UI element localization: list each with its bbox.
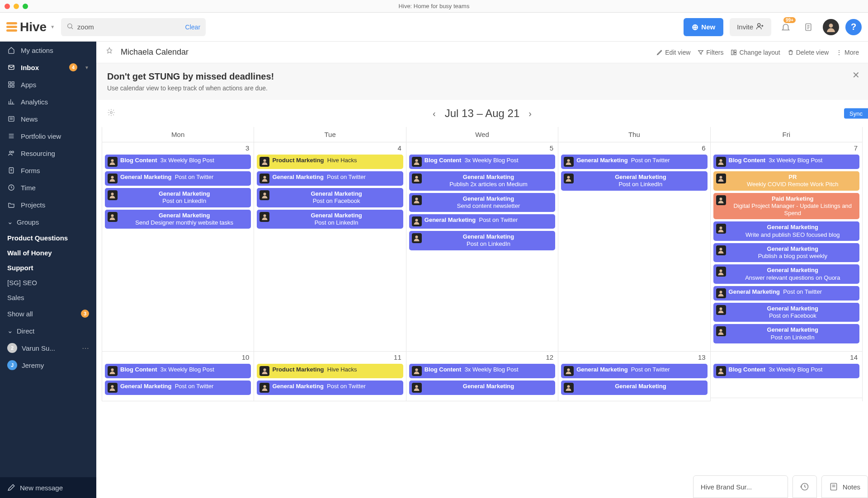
calendar-scroll[interactable]: MonTueWedThuFri 34567 Blog Content 3x We… [96,127,868,498]
sidebar-item-time[interactable]: Time [0,179,96,196]
calendar-event[interactable]: General MarketingAnswer relevant questio… [713,264,859,284]
sidebar-groups-toggle[interactable]: ⌄ Groups [0,213,96,230]
sidebar-item-analytics[interactable]: Analytics [0,93,96,110]
tray-notes[interactable]: Notes [821,475,868,498]
search-clear-button[interactable]: Clear [185,23,200,31]
sidebar-item-portfolio-view[interactable]: Portfolio view [0,127,96,145]
calendar-event[interactable]: PRWeekly COVID Remote Work Pitch [713,171,859,191]
prev-button[interactable]: ‹ [424,108,445,119]
calendar-event[interactable]: Blog Content 3x Weekly Blog Post [409,364,555,378]
change-layout-button[interactable]: Change layout [731,49,780,56]
sidebar-dm[interactable]: JJeremy [0,357,96,374]
calendar-event[interactable]: General MarketingSend Designer monthly w… [105,210,251,229]
main-area: Michaela Calendar Edit view Filters Chan… [96,42,868,498]
user-avatar[interactable] [823,19,839,35]
calendar-event[interactable]: Product Marketing Hive Hacks [257,364,403,378]
sidebar-item-news[interactable]: News [0,110,96,127]
assignee-avatar [412,383,422,393]
sidebar-show-all[interactable]: Show all 3 [0,305,96,322]
calendar-cell[interactable]: General Marketing Post on TwitterGeneral… [558,362,710,401]
calendar-event[interactable]: Blog Content 3x Weekly Blog Post [409,155,555,169]
notifications-button[interactable]: 99+ [778,19,794,35]
calendar-event[interactable]: Blog Content 3x Weekly Blog Post [713,155,859,169]
sidebar-item-apps[interactable]: Apps [0,76,96,93]
delete-view-button[interactable]: Delete view [788,49,829,56]
sync-button[interactable]: Sync [844,108,868,119]
maximize-window-button[interactable] [23,4,28,9]
calendar-cell[interactable]: Blog Content 3x Weekly Blog Post [711,362,862,398]
sidebar-group[interactable]: Support [0,260,96,275]
sidebar-group[interactable]: Product Questions [0,230,96,245]
sidebar-item-inbox[interactable]: Inbox4▼ [0,59,96,76]
sidebar-group[interactable]: Wall of Honey [0,245,96,260]
new-message-button[interactable]: New message [0,477,96,498]
traffic-lights[interactable] [5,4,28,9]
calendar-cell[interactable]: Blog Content 3x Weekly Blog PostPRWeekly… [711,153,862,352]
sidebar-group[interactable]: [SG] SEO [0,275,96,290]
calendar-event[interactable]: General MarketingPost on Facebook [257,188,403,207]
assignee-avatar [412,174,422,183]
new-button[interactable]: ⊕ New [684,18,723,36]
invite-button[interactable]: Invite [730,18,771,36]
minimize-window-button[interactable] [14,4,19,9]
calendar-event[interactable]: General MarketingPost on LinkedIn [561,171,707,191]
calendar-cell[interactable]: Blog Content 3x Weekly Blog PostGeneral … [102,362,254,401]
close-icon[interactable]: ✕ [852,70,860,80]
sidebar-dm[interactable]: 2Varun Su...⋯ [0,339,96,357]
calendar-event[interactable]: Blog Content 3x Weekly Blog Post [713,364,859,378]
calendar-event[interactable]: General Marketing Post on Twitter [105,381,251,395]
sidebar-item-projects[interactable]: Projects [0,196,96,213]
calendar-event[interactable]: General MarketingPost on LinkedIn [713,324,859,343]
home-icon [7,46,15,54]
app-logo[interactable]: Hive ▼ [6,20,55,34]
sidebar-item-my-actions[interactable]: My actions [0,42,96,59]
calendar-cell[interactable]: General Marketing Post on TwitterGeneral… [558,153,710,352]
calendar-event[interactable]: General MarketingPost on Facebook [713,303,859,322]
calendar-event[interactable]: General MarketingPublish a blog post wee… [713,243,859,263]
calendar-event[interactable]: General Marketing [409,381,555,395]
calendar-event[interactable]: General Marketing Post on Twitter [257,171,403,186]
calendar-event[interactable]: General Marketing [561,381,707,395]
close-window-button[interactable] [5,4,10,9]
calendar-event[interactable]: Blog Content 3x Weekly Blog Post [105,364,251,378]
search-input[interactable] [77,23,185,31]
calendar-event[interactable]: General MarketingPost on LinkedIn [409,231,555,250]
search-box[interactable]: Clear [61,18,206,36]
calendar-event[interactable]: General Marketing Post on Twitter [713,286,859,301]
calendar-event[interactable]: Product Marketing Hive Hacks [257,155,403,169]
sidebar-item-resourcing[interactable]: Resourcing [0,145,96,162]
search-icon [66,23,74,32]
calendar-event[interactable]: General MarketingPost on LinkedIn [257,210,403,229]
help-button[interactable]: ? [845,19,862,35]
edit-view-button[interactable]: Edit view [656,49,690,56]
tray-history[interactable] [793,475,817,498]
calendar-event[interactable]: General MarketingWrite and publish SEO f… [713,221,859,241]
sidebar-item-forms[interactable]: Forms [0,162,96,179]
calendar-event[interactable]: General Marketing Post on Twitter [561,364,707,378]
calendar-event[interactable]: General MarketingPost on LinkedIn [105,188,251,207]
filters-button[interactable]: Filters [698,49,723,56]
more-button[interactable]: ⋮ More [836,49,859,56]
calendar-event[interactable]: Blog Content 3x Weekly Blog Post [105,155,251,169]
next-button[interactable]: › [519,108,541,119]
calendar-cell[interactable]: Product Marketing Hive HacksGeneral Mark… [254,153,406,352]
assignee-avatar [108,383,118,393]
calendar-event[interactable]: General Marketing Post on Twitter [105,171,251,186]
pin-icon[interactable] [105,47,113,57]
calendar-cell[interactable]: Blog Content 3x Weekly Blog PostGeneral … [406,362,558,401]
calendar-event[interactable]: General MarketingPublish 2x articles on … [409,171,555,191]
calendar-cell[interactable]: Product Marketing Hive HacksGeneral Mark… [254,362,406,401]
calendar-event[interactable]: General Marketing Post on Twitter [409,214,555,229]
calendar-event[interactable]: General MarketingSend content newsletter [409,193,555,212]
sidebar-group[interactable]: Sales [0,290,96,305]
calendar-cell[interactable]: Blog Content 3x Weekly Blog PostGeneral … [406,153,558,352]
more-icon[interactable]: ⋯ [82,344,89,352]
gear-icon[interactable] [107,108,115,119]
sidebar-direct-toggle[interactable]: ⌄ Direct [0,322,96,339]
calendar-event[interactable]: General Marketing Post on Twitter [257,381,403,395]
tray-document[interactable]: Hive Brand Sur... [693,475,788,498]
calendar-cell[interactable]: Blog Content 3x Weekly Blog PostGeneral … [102,153,254,352]
document-icon[interactable] [800,19,816,35]
calendar-event[interactable]: General Marketing Post on Twitter [561,155,707,169]
calendar-event[interactable]: Paid MarketingDigital Project Manager - … [713,193,859,220]
